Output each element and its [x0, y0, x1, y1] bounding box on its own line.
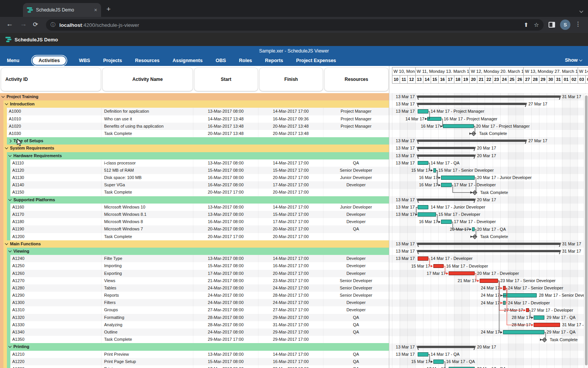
chevron-down-icon[interactable] — [5, 146, 8, 149]
summary-bar[interactable] — [418, 103, 526, 105]
table-row[interactable]: A1330Analyzing28-Mar-2017 08:0031-Mar-20… — [0, 321, 389, 329]
wbs-row[interactable]: System Requirements — [0, 145, 389, 152]
table-row[interactable]: A1030Task Complete20-Mar-2017 13:4820-Ma… — [0, 130, 389, 137]
wbs-row[interactable]: Main Functions — [0, 240, 389, 248]
table-row[interactable]: A1280Tables24-Mar-2017 08:0024-Mar-2017 … — [0, 284, 389, 292]
share-icon[interactable]: ⬆ — [524, 21, 529, 28]
table-row[interactable]: A1120512 MB of RAM15-Mar-2017 08:0015-Ma… — [0, 167, 389, 174]
task-bar[interactable] — [526, 308, 529, 312]
back-button[interactable]: ← — [6, 20, 13, 28]
wbs-row[interactable]: Supported Platforms — [0, 196, 389, 204]
column-header-start[interactable]: Start — [194, 67, 258, 91]
reload-button[interactable]: ⟳ — [33, 21, 38, 28]
column-header-finish[interactable]: Finish — [259, 67, 323, 91]
summary-bar[interactable] — [418, 147, 475, 149]
task-bar[interactable] — [441, 183, 452, 187]
nav-tab-reports[interactable]: Reports — [265, 58, 283, 63]
summary-bar[interactable] — [418, 199, 475, 201]
chevron-right-icon[interactable] — [8, 140, 11, 143]
nav-tab-roles[interactable]: Roles — [239, 58, 252, 63]
chevron-down-icon[interactable] — [5, 242, 8, 245]
nav-tab-obs[interactable]: OBS — [216, 58, 226, 63]
wbs-row[interactable]: Viewing — [0, 248, 389, 255]
profile-avatar[interactable]: S — [560, 20, 570, 30]
scrollbar-thumb[interactable] — [585, 95, 588, 365]
task-bar[interactable] — [427, 117, 441, 121]
task-bar[interactable] — [503, 293, 537, 297]
site-info-icon[interactable]: ⓘ — [51, 21, 56, 28]
browser-menu-icon[interactable]: ⋮ — [575, 20, 581, 28]
show-dropdown[interactable]: Show — [565, 58, 582, 63]
table-row[interactable]: A1160Microsoft Windows 1013-Mar-2017 08:… — [0, 204, 389, 211]
wbs-row[interactable]: Introduction — [0, 100, 389, 108]
task-bar[interactable] — [441, 220, 452, 224]
address-bar[interactable]: ⓘ localhost:4200/schedule-js-viewer ⬆ ☆ — [46, 19, 544, 31]
task-bar[interactable] — [503, 301, 506, 305]
table-row[interactable]: A1010Who can use it14-Mar-2017 13:4816-M… — [0, 115, 389, 123]
task-bar[interactable] — [418, 205, 428, 209]
task-bar[interactable] — [503, 330, 545, 334]
table-row[interactable]: A1340Outline24-Mar-2017 08:0029-Mar-2017… — [0, 329, 389, 336]
table-row[interactable]: A1200Task Complete20-Mar-2017 17:0020-Ma… — [0, 233, 389, 240]
tab-search-chevron-icon[interactable] — [580, 7, 583, 14]
table-row[interactable]: A1250Importing15-Mar-2017 08:0016-Mar-20… — [0, 262, 389, 269]
table-row[interactable]: A1140Super VGa16-Mar-2017 08:0017-Mar-20… — [0, 181, 389, 189]
forward-button[interactable]: → — [20, 20, 27, 28]
wbs-row[interactable]: Project Training — [0, 93, 389, 100]
task-bar[interactable] — [433, 264, 444, 268]
table-row[interactable]: A1310Groups27-Mar-2017 08:0027-Mar-2017 … — [0, 306, 389, 314]
table-row[interactable]: A1190Microsoft Windows 720-Mar-2017 08:0… — [0, 225, 389, 233]
task-bar[interactable] — [443, 124, 474, 128]
task-bar[interactable] — [534, 323, 560, 327]
task-bar[interactable] — [418, 161, 428, 165]
chevron-down-icon[interactable] — [8, 153, 11, 156]
table-row[interactable]: A1260Exporting17-Mar-2017 08:0020-Mar-20… — [0, 270, 389, 277]
task-bar[interactable] — [418, 109, 428, 113]
table-row[interactable]: A1130Disk space: 100 MB16-Mar-2017 08:00… — [0, 174, 389, 181]
table-row[interactable]: A1210Print Preview13-Mar-2017 08:0014-Ma… — [0, 351, 389, 358]
table-row[interactable]: A1180Microsoft Windows 816-Mar-2017 08:0… — [0, 218, 389, 225]
nav-tab-wbs[interactable]: WBS — [79, 58, 90, 63]
wbs-row[interactable]: Printing — [0, 343, 389, 350]
table-row[interactable]: A1320Formatting28-Mar-2017 08:0029-Mar-2… — [0, 314, 389, 321]
column-header-resources[interactable]: Resources — [324, 67, 389, 91]
task-bar[interactable] — [472, 227, 475, 232]
table-row[interactable]: A1000Definition for application13-Mar-20… — [0, 108, 389, 115]
task-bar[interactable] — [433, 168, 436, 172]
wbs-row[interactable]: Hardware Requirements — [0, 152, 389, 159]
table-row[interactable]: A1300Filters24-Mar-2017 08:0024-Mar-2017… — [0, 299, 389, 306]
chevron-down-icon[interactable] — [8, 249, 11, 252]
task-bar[interactable] — [480, 279, 498, 283]
nav-tab-project-expenses[interactable]: Project Expenses — [296, 58, 336, 63]
table-row[interactable]: A1240Filte Type13-Mar-2017 08:0014-Mar-2… — [0, 255, 389, 262]
task-bar[interactable] — [534, 315, 544, 320]
summary-bar[interactable] — [418, 250, 560, 252]
task-bar[interactable] — [418, 212, 436, 217]
column-header-activity-name[interactable]: Activity Name — [102, 67, 193, 91]
task-bar[interactable] — [441, 176, 475, 180]
summary-bar[interactable] — [418, 346, 475, 348]
task-bar[interactable] — [418, 256, 428, 261]
browser-tab[interactable]: ScheduleJS Demo × — [23, 3, 101, 17]
chevron-down-icon[interactable] — [2, 95, 5, 98]
chevron-down-icon[interactable] — [8, 345, 11, 348]
side-panel-icon[interactable] — [549, 22, 555, 28]
new-tab-button[interactable]: + — [106, 5, 111, 13]
task-bar[interactable] — [503, 286, 506, 290]
task-bar[interactable] — [418, 352, 428, 356]
table-row[interactable]: A1220Print Page Setup15-Mar-2017 08:0016… — [0, 358, 389, 365]
summary-bar[interactable] — [418, 95, 560, 98]
table-row[interactable]: A1230Print17-Mar-2017 08:0020-Mar-2017 1… — [0, 365, 389, 368]
table-row[interactable]: A1110i-class processor13-Mar-2017 08:001… — [0, 159, 389, 167]
summary-bar[interactable] — [418, 140, 526, 142]
table-row[interactable]: A1170Microsoft Windows 8.113-Mar-2017 08… — [0, 211, 389, 218]
summary-bar[interactable] — [418, 154, 475, 157]
nav-tab-assignments[interactable]: Assignments — [173, 58, 203, 63]
nav-tab-activities[interactable]: Activities — [33, 56, 66, 65]
bookmark-star-icon[interactable]: ☆ — [534, 21, 539, 28]
table-row[interactable]: A1290Reports24-Mar-2017 08:0028-Mar-2017… — [0, 292, 389, 299]
nav-tab-projects[interactable]: Projects — [103, 58, 122, 63]
column-header-activity-id[interactable]: Activity ID — [1, 67, 101, 91]
tab-close-icon[interactable]: × — [94, 7, 97, 13]
table-row[interactable]: A1270Views21-Mar-2017 08:0023-Mar-2017 1… — [0, 277, 389, 284]
